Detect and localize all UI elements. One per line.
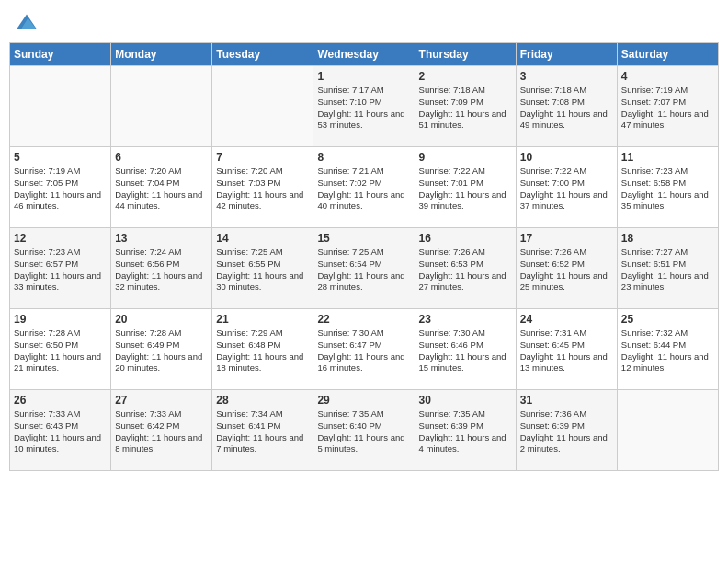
day-cell-2: 2Sunrise: 7:18 AM Sunset: 7:09 PM Daylig… (415, 66, 516, 147)
day-number: 22 (317, 313, 410, 326)
day-cell-8: 8Sunrise: 7:21 AM Sunset: 7:02 PM Daylig… (313, 147, 415, 228)
day-number: 5 (14, 151, 107, 164)
day-info: Sunrise: 7:35 AM Sunset: 6:40 PM Dayligh… (317, 408, 410, 455)
day-info: Sunrise: 7:23 AM Sunset: 6:57 PM Dayligh… (14, 247, 107, 293)
day-cell-24: 24Sunrise: 7:31 AM Sunset: 6:45 PM Dayli… (516, 309, 617, 390)
calendar-body: 1Sunrise: 7:17 AM Sunset: 7:10 PM Daylig… (10, 66, 719, 471)
day-info: Sunrise: 7:18 AM Sunset: 7:09 PM Dayligh… (419, 85, 512, 132)
calendar-table: SundayMondayTuesdayWednesdayThursdayFrid… (9, 42, 719, 471)
day-info: Sunrise: 7:25 AM Sunset: 6:55 PM Dayligh… (216, 247, 309, 293)
day-cell-16: 16Sunrise: 7:26 AM Sunset: 6:53 PM Dayli… (415, 228, 516, 309)
day-cell-5: 5Sunrise: 7:19 AM Sunset: 7:05 PM Daylig… (10, 147, 111, 228)
day-info: Sunrise: 7:22 AM Sunset: 7:00 PM Dayligh… (520, 166, 613, 213)
day-info: Sunrise: 7:26 AM Sunset: 6:52 PM Dayligh… (520, 247, 613, 293)
day-cell-26: 26Sunrise: 7:33 AM Sunset: 6:43 PM Dayli… (10, 390, 111, 471)
day-info: Sunrise: 7:23 AM Sunset: 6:58 PM Dayligh… (621, 166, 714, 213)
header-day-tuesday: Tuesday (212, 43, 313, 66)
day-cell-9: 9Sunrise: 7:22 AM Sunset: 7:01 PM Daylig… (415, 147, 516, 228)
day-cell-31: 31Sunrise: 7:36 AM Sunset: 6:39 PM Dayli… (516, 390, 617, 471)
day-cell-27: 27Sunrise: 7:33 AM Sunset: 6:42 PM Dayli… (111, 390, 212, 471)
header-day-saturday: Saturday (617, 43, 718, 66)
day-info: Sunrise: 7:19 AM Sunset: 7:05 PM Dayligh… (14, 166, 107, 213)
day-cell-7: 7Sunrise: 7:20 AM Sunset: 7:03 PM Daylig… (212, 147, 313, 228)
day-info: Sunrise: 7:29 AM Sunset: 6:48 PM Dayligh… (216, 327, 309, 374)
calendar-header: SundayMondayTuesdayWednesdayThursdayFrid… (10, 43, 719, 66)
day-cell-28: 28Sunrise: 7:34 AM Sunset: 6:41 PM Dayli… (212, 390, 313, 471)
day-cell-empty (617, 390, 718, 471)
day-number: 26 (14, 394, 107, 407)
day-number: 11 (621, 151, 714, 164)
day-cell-22: 22Sunrise: 7:30 AM Sunset: 6:47 PM Dayli… (313, 309, 415, 390)
day-number: 23 (419, 313, 512, 326)
header-day-wednesday: Wednesday (313, 43, 415, 66)
day-cell-19: 19Sunrise: 7:28 AM Sunset: 6:50 PM Dayli… (10, 309, 111, 390)
day-info: Sunrise: 7:33 AM Sunset: 6:43 PM Dayligh… (14, 408, 107, 455)
day-info: Sunrise: 7:24 AM Sunset: 6:56 PM Dayligh… (115, 247, 208, 293)
page-header (9, 9, 719, 35)
day-info: Sunrise: 7:28 AM Sunset: 6:49 PM Dayligh… (115, 327, 208, 374)
day-number: 18 (621, 232, 714, 245)
day-cell-23: 23Sunrise: 7:30 AM Sunset: 6:46 PM Dayli… (415, 309, 516, 390)
day-info: Sunrise: 7:20 AM Sunset: 7:03 PM Dayligh… (216, 166, 309, 213)
day-cell-empty (111, 66, 212, 147)
day-number: 6 (115, 151, 208, 164)
day-number: 9 (419, 151, 512, 164)
day-number: 27 (115, 394, 208, 407)
day-info: Sunrise: 7:21 AM Sunset: 7:02 PM Dayligh… (317, 166, 410, 213)
day-number: 13 (115, 232, 208, 245)
header-day-friday: Friday (516, 43, 617, 66)
day-info: Sunrise: 7:19 AM Sunset: 7:07 PM Dayligh… (621, 85, 714, 132)
day-cell-13: 13Sunrise: 7:24 AM Sunset: 6:56 PM Dayli… (111, 228, 212, 309)
day-info: Sunrise: 7:18 AM Sunset: 7:08 PM Dayligh… (520, 85, 613, 132)
day-cell-empty (212, 66, 313, 147)
day-info: Sunrise: 7:26 AM Sunset: 6:53 PM Dayligh… (419, 247, 512, 293)
day-number: 1 (317, 70, 410, 83)
day-number: 21 (216, 313, 309, 326)
day-number: 28 (216, 394, 309, 407)
day-cell-4: 4Sunrise: 7:19 AM Sunset: 7:07 PM Daylig… (617, 66, 718, 147)
day-cell-11: 11Sunrise: 7:23 AM Sunset: 6:58 PM Dayli… (617, 147, 718, 228)
logo (14, 9, 41, 35)
day-info: Sunrise: 7:27 AM Sunset: 6:51 PM Dayligh… (621, 247, 714, 293)
day-info: Sunrise: 7:34 AM Sunset: 6:41 PM Dayligh… (216, 408, 309, 455)
day-number: 30 (419, 394, 512, 407)
day-number: 7 (216, 151, 309, 164)
day-info: Sunrise: 7:33 AM Sunset: 6:42 PM Dayligh… (115, 408, 208, 455)
day-cell-29: 29Sunrise: 7:35 AM Sunset: 6:40 PM Dayli… (313, 390, 415, 471)
day-cell-6: 6Sunrise: 7:20 AM Sunset: 7:04 PM Daylig… (111, 147, 212, 228)
day-number: 31 (520, 394, 613, 407)
day-number: 12 (14, 232, 107, 245)
header-day-thursday: Thursday (415, 43, 516, 66)
day-info: Sunrise: 7:36 AM Sunset: 6:39 PM Dayligh… (520, 408, 613, 455)
header-row: SundayMondayTuesdayWednesdayThursdayFrid… (10, 43, 719, 66)
day-info: Sunrise: 7:22 AM Sunset: 7:01 PM Dayligh… (419, 166, 512, 213)
day-info: Sunrise: 7:20 AM Sunset: 7:04 PM Dayligh… (115, 166, 208, 213)
day-number: 2 (419, 70, 512, 83)
week-row-1: 1Sunrise: 7:17 AM Sunset: 7:10 PM Daylig… (10, 66, 719, 147)
week-row-4: 19Sunrise: 7:28 AM Sunset: 6:50 PM Dayli… (10, 309, 719, 390)
day-number: 15 (317, 232, 410, 245)
day-info: Sunrise: 7:32 AM Sunset: 6:44 PM Dayligh… (621, 327, 714, 374)
day-number: 10 (520, 151, 613, 164)
day-number: 19 (14, 313, 107, 326)
day-number: 17 (520, 232, 613, 245)
day-cell-15: 15Sunrise: 7:25 AM Sunset: 6:54 PM Dayli… (313, 228, 415, 309)
week-row-5: 26Sunrise: 7:33 AM Sunset: 6:43 PM Dayli… (10, 390, 719, 471)
day-cell-30: 30Sunrise: 7:35 AM Sunset: 6:39 PM Dayli… (415, 390, 516, 471)
day-cell-14: 14Sunrise: 7:25 AM Sunset: 6:55 PM Dayli… (212, 228, 313, 309)
logo-icon (14, 9, 40, 35)
day-cell-empty (10, 66, 111, 147)
day-info: Sunrise: 7:25 AM Sunset: 6:54 PM Dayligh… (317, 247, 410, 293)
day-info: Sunrise: 7:30 AM Sunset: 6:47 PM Dayligh… (317, 327, 410, 374)
header-day-sunday: Sunday (10, 43, 111, 66)
day-cell-20: 20Sunrise: 7:28 AM Sunset: 6:49 PM Dayli… (111, 309, 212, 390)
day-cell-3: 3Sunrise: 7:18 AM Sunset: 7:08 PM Daylig… (516, 66, 617, 147)
day-number: 8 (317, 151, 410, 164)
day-cell-18: 18Sunrise: 7:27 AM Sunset: 6:51 PM Dayli… (617, 228, 718, 309)
day-number: 4 (621, 70, 714, 83)
day-number: 25 (621, 313, 714, 326)
day-number: 24 (520, 313, 613, 326)
day-cell-17: 17Sunrise: 7:26 AM Sunset: 6:52 PM Dayli… (516, 228, 617, 309)
day-info: Sunrise: 7:17 AM Sunset: 7:10 PM Dayligh… (317, 85, 410, 132)
day-number: 3 (520, 70, 613, 83)
